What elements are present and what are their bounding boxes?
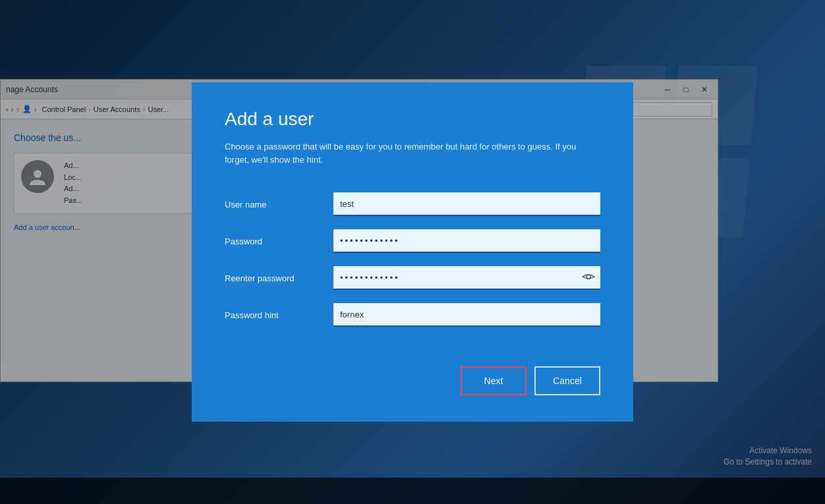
svg-point-5	[586, 275, 590, 279]
username-group: User name	[225, 192, 600, 216]
password-hint-input[interactable]	[333, 303, 600, 327]
next-button[interactable]: Next	[461, 366, 526, 395]
password-hint-input-wrapper	[333, 303, 600, 327]
password-input-wrapper	[333, 229, 600, 253]
username-label: User name	[225, 200, 333, 210]
modal-overlay: Add a user Choose a password that will b…	[0, 0, 825, 504]
dialog-subtitle: Choose a password that will be easy for …	[225, 140, 600, 166]
reenter-password-input[interactable]	[333, 266, 600, 290]
reenter-password-group: Reenter password	[225, 266, 600, 290]
toggle-password-visibility-button[interactable]	[582, 272, 595, 284]
username-input[interactable]	[333, 192, 600, 216]
password-hint-label: Password hint	[225, 310, 333, 320]
dialog-title: Add a user	[225, 109, 600, 130]
add-user-dialog: Add a user Choose a password that will b…	[192, 82, 633, 422]
cancel-button[interactable]: Cancel	[534, 366, 600, 395]
reenter-password-input-wrapper	[333, 266, 600, 290]
reenter-password-label: Reenter password	[225, 273, 333, 283]
username-input-wrapper	[333, 192, 600, 216]
desktop-background: nage Accounts ─ □ ✕ ‹ › ↑ 👤 › Control Pa…	[0, 0, 825, 504]
password-hint-group: Password hint	[225, 303, 600, 327]
dialog-buttons: Next Cancel	[225, 366, 600, 395]
password-label: Password	[225, 237, 333, 246]
password-group: Password	[225, 229, 600, 253]
password-input[interactable]	[333, 229, 600, 253]
